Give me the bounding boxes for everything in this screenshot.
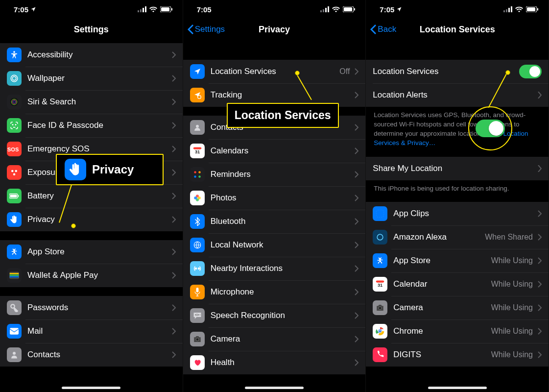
footer-text-1: Location Services uses GPS, Bluetooth, a… bbox=[366, 107, 549, 148]
faceid-icon bbox=[7, 118, 22, 133]
row-app-store[interactable]: App StoreWhile Using bbox=[366, 249, 549, 272]
row-location-services-toggle[interactable]: Location Services bbox=[366, 60, 549, 83]
svg-point-68 bbox=[379, 307, 382, 310]
chrome-icon bbox=[373, 324, 387, 339]
cellular-icon bbox=[320, 6, 329, 12]
row-chrome[interactable]: ChromeWhile Using bbox=[366, 319, 549, 343]
calendar-icon: 31 bbox=[373, 277, 387, 292]
key-icon bbox=[7, 300, 22, 315]
status-bar: 7:05 bbox=[183, 0, 366, 19]
callout-dot bbox=[295, 71, 300, 75]
row-label: Battery bbox=[27, 191, 170, 201]
svg-point-38 bbox=[196, 125, 199, 128]
chevron-right-icon bbox=[355, 124, 358, 131]
network-icon bbox=[190, 238, 205, 252]
row-label: Privacy bbox=[27, 215, 170, 224]
svg-rect-25 bbox=[10, 274, 19, 276]
row-amazon-alexa[interactable]: Amazon AlexaWhen Shared bbox=[366, 225, 549, 249]
row-wallet-apple-pay[interactable]: Wallet & Apple Pay bbox=[0, 264, 183, 287]
chevron-right-icon bbox=[355, 242, 358, 248]
footer-text-2: This iPhone is being used for location s… bbox=[366, 180, 549, 194]
row-camera[interactable]: CameraWhile Using bbox=[366, 296, 549, 319]
svg-rect-60 bbox=[527, 7, 535, 11]
chevron-right-icon bbox=[355, 171, 358, 178]
row-location-alerts[interactable]: Location Alerts bbox=[366, 83, 549, 107]
row-nearby-interactions[interactable]: Nearby Interactions bbox=[183, 257, 366, 280]
row-face-id-passcode[interactable]: Face ID & Passcode bbox=[0, 114, 183, 137]
svg-point-17 bbox=[11, 170, 14, 172]
row-mail[interactable]: Mail bbox=[0, 319, 183, 343]
row-calendar[interactable]: 31CalendarWhile Using bbox=[366, 272, 549, 296]
row-calendars[interactable]: 31Calendars bbox=[183, 139, 366, 163]
row-label: Camera bbox=[211, 334, 353, 344]
chevron-right-icon bbox=[172, 75, 176, 82]
chevron-right-icon bbox=[355, 312, 358, 319]
accessibility-icon bbox=[7, 48, 22, 62]
home-indicator[interactable] bbox=[428, 387, 487, 389]
chevron-right-icon bbox=[172, 328, 176, 335]
mic-icon bbox=[190, 285, 205, 299]
row-speech-recognition[interactable]: Speech Recognition bbox=[183, 304, 366, 327]
row-microphone[interactable]: Microphone bbox=[183, 280, 366, 304]
row-label: Reminders bbox=[211, 170, 353, 179]
appstore-icon bbox=[7, 245, 22, 259]
row-label: Location Services bbox=[373, 67, 519, 76]
home-indicator[interactable] bbox=[245, 387, 304, 389]
callout-location-services: Location Services bbox=[227, 103, 339, 128]
chevron-right-icon bbox=[172, 248, 176, 255]
svg-point-45 bbox=[198, 175, 201, 178]
row-passwords[interactable]: Passwords bbox=[0, 296, 183, 319]
row-location-services[interactable]: Location ServicesOff bbox=[183, 60, 366, 83]
row-digits[interactable]: DIGITSWhile Using bbox=[366, 343, 549, 367]
svg-rect-26 bbox=[10, 276, 19, 278]
row-label: Health bbox=[211, 358, 353, 368]
sos-icon: SOS bbox=[7, 142, 22, 156]
row-app-clips[interactable]: App Clips bbox=[366, 202, 549, 225]
chevron-right-icon bbox=[355, 218, 358, 225]
row-bluetooth[interactable]: Bluetooth bbox=[183, 210, 366, 233]
row-share-my-location[interactable]: Share My Location bbox=[366, 157, 549, 180]
svg-point-43 bbox=[194, 175, 196, 178]
back-button[interactable]: Settings bbox=[187, 19, 225, 40]
row-value: Off bbox=[339, 67, 350, 76]
svg-point-44 bbox=[198, 171, 201, 173]
chevron-right-icon bbox=[538, 281, 542, 288]
svg-rect-5 bbox=[161, 7, 169, 11]
row-contacts[interactable]: Contacts bbox=[0, 343, 183, 367]
row-photos[interactable]: Photos bbox=[183, 186, 366, 210]
chevron-right-icon bbox=[355, 336, 358, 343]
callout-privacy: Privacy bbox=[56, 154, 164, 185]
svg-rect-6 bbox=[171, 8, 172, 11]
toggle-on[interactable] bbox=[519, 65, 542, 78]
calendar-icon: 31 bbox=[190, 144, 205, 158]
row-local-network[interactable]: Local Network bbox=[183, 233, 366, 257]
chevron-right-icon bbox=[172, 216, 176, 223]
camera-icon bbox=[190, 332, 205, 346]
row-app-store[interactable]: App Store bbox=[0, 240, 183, 264]
svg-point-42 bbox=[194, 171, 196, 173]
row-accessibility[interactable]: Accessibility bbox=[0, 43, 183, 67]
row-label: Passwords bbox=[27, 303, 170, 313]
back-button[interactable]: Back bbox=[370, 19, 396, 40]
home-indicator[interactable] bbox=[62, 387, 120, 389]
row-siri-search[interactable]: Siri & Search bbox=[0, 90, 183, 114]
row-camera[interactable]: Camera bbox=[183, 327, 366, 351]
svg-point-54 bbox=[196, 338, 199, 341]
chevron-left-icon bbox=[370, 24, 377, 34]
row-value: While Using bbox=[491, 303, 533, 312]
chevron-right-icon bbox=[172, 272, 176, 279]
svg-rect-2 bbox=[143, 8, 144, 12]
row-label: Camera bbox=[393, 303, 491, 313]
row-health[interactable]: Health bbox=[183, 351, 366, 374]
row-wallpaper[interactable]: Wallpaper bbox=[0, 67, 183, 90]
status-bar: 7:05 bbox=[366, 0, 549, 19]
alexa-icon bbox=[373, 230, 387, 245]
row-battery[interactable]: Battery bbox=[0, 184, 183, 208]
callout-label: Location Services bbox=[235, 109, 331, 122]
row-reminders[interactable]: Reminders bbox=[183, 163, 366, 186]
svg-rect-21 bbox=[10, 195, 17, 197]
health-icon bbox=[190, 355, 205, 370]
privacy-group-1: Location ServicesOffTracking bbox=[183, 60, 366, 107]
row-label: Tracking bbox=[211, 90, 353, 100]
row-privacy[interactable]: Privacy bbox=[0, 208, 183, 231]
